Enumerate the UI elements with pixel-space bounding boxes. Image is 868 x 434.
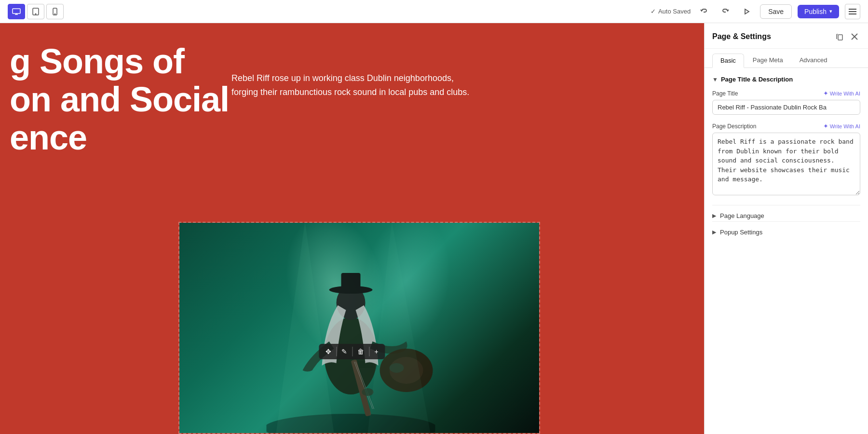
- desktop-device-btn[interactable]: [8, 4, 25, 19]
- sidebar-header: Page & Settings: [705, 23, 868, 49]
- section-arrow-icon: ▼: [712, 76, 718, 83]
- bottom-add-icon[interactable]: +: [369, 346, 383, 357]
- ai-sparkle-icon-2: ✦: [823, 122, 828, 130]
- svg-rect-15: [341, 273, 361, 291]
- ai-sparkle-icon: ✦: [823, 90, 828, 97]
- sidebar-header-actions: [834, 31, 860, 42]
- popup-settings-section: ▶ Popup Settings: [712, 221, 860, 236]
- svg-point-4: [35, 14, 36, 14]
- menu-button[interactable]: [845, 4, 860, 19]
- publish-label: Publish: [804, 8, 827, 15]
- page-language-section: ▶ Page Language: [712, 205, 860, 219]
- bottom-edit-icon[interactable]: ✎: [337, 346, 352, 357]
- svg-rect-0: [13, 9, 20, 14]
- page-description-label-row: Page Description ✦ Write With AI: [712, 122, 860, 130]
- svg-rect-23: [838, 35, 842, 40]
- publish-button[interactable]: Publish ▾: [798, 5, 839, 18]
- sidebar-tabs: Basic Page Meta Advanced: [705, 49, 868, 68]
- play-btn[interactable]: [739, 4, 754, 19]
- popup-settings-label: Popup Settings: [720, 229, 762, 236]
- page-title-description-header[interactable]: ▼ Page Title & Description: [712, 76, 860, 83]
- page-language-header[interactable]: ▶ Page Language: [712, 212, 860, 219]
- svg-point-22: [362, 388, 374, 396]
- page-title-field-row: Page Title ✦ Write With AI: [712, 90, 860, 115]
- bottom-delete-icon[interactable]: 🗑: [353, 346, 369, 357]
- tablet-device-btn[interactable]: [27, 4, 44, 19]
- page-description-field-row: Page Description ✦ Write With AI Rebel R…: [712, 122, 860, 197]
- tab-page-meta[interactable]: Page Meta: [745, 54, 791, 68]
- auto-saved-status: ✓ Auto Saved: [651, 8, 691, 15]
- bottom-element-toolbar: ✥ ✎ 🗑 +: [319, 344, 385, 359]
- sidebar-title: Page & Settings: [712, 32, 771, 41]
- hero-title: g Songs of on and Social ence: [10, 42, 229, 157]
- bottom-move-icon[interactable]: ✥: [321, 346, 336, 357]
- section-title-label: Page Title & Description: [721, 76, 793, 83]
- checkmark-icon: ✓: [651, 8, 656, 15]
- concert-image: [179, 223, 539, 433]
- undo-btn[interactable]: [696, 4, 712, 19]
- page-title-write-with-ai[interactable]: ✦ Write With AI: [823, 90, 860, 97]
- page-title-label: Page Title: [712, 90, 738, 97]
- page-description-write-with-ai[interactable]: ✦ Write With AI: [823, 122, 860, 130]
- sidebar-body: ▼ Page Title & Description Page Title ✦ …: [705, 68, 868, 434]
- top-bar-actions: ✓ Auto Saved Save Publish ▾: [651, 4, 860, 19]
- sidebar-close-btn[interactable]: [849, 31, 860, 42]
- canvas: g Songs of on and Social ence Rebel Riff…: [0, 23, 704, 434]
- hero-description: Rebel Riff rose up in working class Dubl…: [231, 71, 473, 99]
- popup-settings-arrow-icon: ▶: [712, 229, 716, 235]
- image-block[interactable]: ✥ 100% ✎ 🗑 +: [178, 222, 540, 434]
- sidebar-copy-btn[interactable]: [834, 31, 846, 42]
- write-with-ai-label: Write With AI: [830, 91, 860, 96]
- hero-title-line2: on and Social: [10, 81, 229, 119]
- main-area: g Songs of on and Social ence Rebel Riff…: [0, 23, 868, 434]
- svg-point-6: [54, 14, 55, 14]
- canvas-content: g Songs of on and Social ence Rebel Riff…: [0, 23, 704, 434]
- page-language-arrow-icon: ▶: [712, 213, 716, 219]
- write-with-ai-label-2: Write With AI: [830, 123, 860, 129]
- redo-btn[interactable]: [718, 4, 733, 19]
- publish-chevron-icon: ▾: [829, 8, 832, 14]
- page-description-label: Page Description: [712, 123, 756, 130]
- sidebar: Page & Settings Basic Page Meta Advanced…: [704, 23, 868, 434]
- page-language-label: Page Language: [720, 212, 764, 219]
- save-button[interactable]: Save: [760, 4, 792, 19]
- tab-basic[interactable]: Basic: [712, 54, 744, 68]
- auto-saved-label: Auto Saved: [658, 8, 691, 15]
- tab-advanced[interactable]: Advanced: [792, 54, 835, 68]
- popup-settings-header[interactable]: ▶ Popup Settings: [712, 229, 860, 236]
- svg-marker-7: [745, 9, 749, 14]
- hero-title-line1: g Songs of: [10, 42, 229, 81]
- device-switcher: [8, 4, 64, 19]
- page-title-input[interactable]: [712, 100, 860, 115]
- hero-description-text: Rebel Riff rose up in working class Dubl…: [231, 73, 469, 97]
- top-bar: ✓ Auto Saved Save Publish ▾: [0, 0, 868, 23]
- hero-text: g Songs of on and Social ence: [0, 42, 239, 157]
- page-description-textarea[interactable]: Rebel Riff is a passionate rock band fro…: [712, 133, 860, 195]
- page-title-label-row: Page Title ✦ Write With AI: [712, 90, 860, 97]
- guitarist-silhouette: [267, 223, 435, 433]
- hero-title-line3: ence: [10, 119, 229, 157]
- mobile-device-btn[interactable]: [46, 4, 64, 19]
